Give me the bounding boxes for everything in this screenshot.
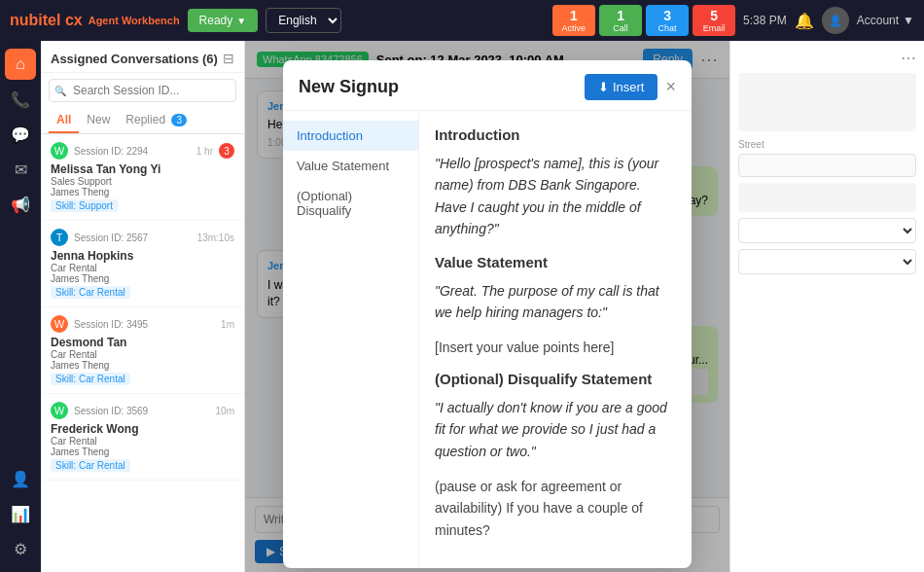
sidebar-icon-broadcast[interactable]: 📢	[5, 189, 36, 220]
replied-badge: 3	[171, 114, 187, 126]
sidebar-more-icon[interactable]: ⋯	[901, 49, 916, 67]
conversations-tabs: All New Replied 3	[41, 108, 244, 134]
list-item[interactable]: T Session ID: 2567 13m:10s Jenna Hopkins…	[41, 221, 244, 307]
conv-agent: James Theng	[51, 273, 234, 284]
modal-title: New Signup	[299, 77, 399, 97]
counter-chat[interactable]: 3 Chat	[646, 5, 689, 36]
conv-skill: Car Rental	[51, 436, 234, 447]
modal-body: Introduction Value Statement (Optional) …	[283, 111, 692, 568]
counter-chat-num: 3	[663, 8, 671, 23]
conv-skill-tag: Skill: Car Rental	[51, 373, 130, 385]
conv-skill-tag: Skill: Car Rental	[51, 286, 130, 299]
modal-header-actions: ⬇ Insert ×	[585, 74, 676, 100]
sidebar-icon-analytics[interactable]: 📊	[5, 498, 36, 529]
modal-disqualify-quote: "I actually don't know if you are a good…	[435, 397, 676, 462]
account-label: Account	[857, 14, 899, 27]
avatar[interactable]: 👤	[822, 7, 849, 34]
conversation-list: W Session ID: 2294 1 hr 3 Melissa Tan Yo…	[41, 134, 244, 572]
new-signup-modal: New Signup ⬇ Insert × Introduction Value…	[283, 60, 692, 568]
list-item[interactable]: W Session ID: 3569 10m Frederick Wong Ca…	[41, 394, 244, 481]
status-button[interactable]: Ready ▼	[188, 9, 259, 32]
counter-call-label: Call	[613, 23, 628, 33]
bell-icon[interactable]: 🔔	[795, 12, 814, 30]
sidebar-placeholder-2	[738, 183, 916, 212]
conv-skill: Sales Support	[51, 176, 234, 187]
filter-icon[interactable]: ⊟	[223, 51, 234, 66]
conversations-title: Assigned Conversations (6)	[51, 52, 218, 66]
conv-skill: Car Rental	[51, 263, 234, 273]
unread-badge: 3	[219, 143, 234, 159]
session-id: Session ID: 2294	[74, 146, 191, 157]
modal-content: Introduction "Hello [prospect's name], t…	[419, 111, 692, 568]
sidebar-dropdown-2[interactable]	[738, 249, 916, 274]
sidebar-section: ⋯ Street	[738, 49, 916, 274]
sidebar-icon-home[interactable]: ⌂	[5, 49, 36, 80]
counter-email-num: 5	[710, 8, 718, 23]
tab-new[interactable]: New	[79, 108, 118, 133]
conv-time: 10m	[216, 406, 234, 416]
counter-active[interactable]: 1 Active	[552, 5, 596, 36]
counter-email[interactable]: 5 Email	[693, 5, 735, 36]
modal-nav: Introduction Value Statement (Optional) …	[283, 111, 419, 568]
sidebar-icons: ⌂ 📞 💬 ✉ 📢 👤 📊 ⚙	[0, 41, 41, 572]
session-id: Session ID: 3495	[74, 319, 215, 330]
insert-button[interactable]: ⬇ Insert	[585, 74, 658, 100]
modal-value-heading: Value Statement	[435, 254, 676, 270]
tab-replied[interactable]: Replied 3	[118, 108, 195, 133]
search-input[interactable]	[49, 79, 236, 102]
modal-disqualify-pause: (pause or ask for agreement or availabil…	[435, 476, 676, 541]
whatsapp-icon: W	[51, 142, 68, 160]
sidebar-street-input[interactable]	[738, 154, 916, 177]
logo: nubitel cx Agent Workbench	[10, 12, 180, 29]
conv-name: Melissa Tan Yong Yi	[51, 162, 234, 176]
insert-icon: ⬇	[598, 80, 609, 94]
sidebar-icon-phone[interactable]: 📞	[5, 84, 36, 115]
modal-value-points: [Insert your value points here]	[435, 337, 676, 358]
main-layout: ⌂ 📞 💬 ✉ 📢 👤 📊 ⚙ Assigned Conversations (…	[0, 41, 924, 572]
nav-counters: 1 Active 1 Call 3 Chat 5 Email	[552, 5, 736, 36]
modal-intro-quote: "Hello [prospect's name], this is (your …	[435, 153, 676, 240]
sidebar-dropdown[interactable]	[738, 218, 916, 243]
top-nav: nubitel cx Agent Workbench Ready ▼ Engli…	[0, 0, 924, 41]
modal-nav-item-introduction[interactable]: Introduction	[283, 121, 418, 151]
counter-active-num: 1	[570, 8, 578, 23]
conv-name: Desmond Tan	[51, 336, 234, 349]
conv-name: Frederick Wong	[51, 422, 234, 436]
modal-nav-item-value[interactable]: Value Statement	[283, 151, 418, 181]
modal-nav-item-disqualify[interactable]: (Optional) Disqualify	[283, 181, 418, 226]
modal-close-button[interactable]: ×	[665, 77, 676, 97]
conv-agent: James Theng	[51, 187, 234, 197]
right-sidebar-content: ⋯ Street	[730, 41, 924, 572]
web-icon: W	[51, 315, 68, 333]
sidebar-icon-email[interactable]: ✉	[5, 154, 36, 185]
sidebar-placeholder-1	[738, 73, 916, 131]
conv-skill: Car Rental	[51, 349, 234, 360]
account-dropdown-arrow: ▼	[903, 14, 914, 27]
language-select[interactable]: English	[266, 8, 341, 33]
sidebar-icon-chat[interactable]: 💬	[5, 119, 36, 150]
whatsapp-icon: W	[51, 402, 68, 419]
insert-label: Insert	[613, 80, 645, 94]
tab-all[interactable]: All	[49, 108, 79, 133]
right-sidebar: ⋯ Street	[729, 41, 924, 572]
counter-call[interactable]: 1 Call	[599, 5, 642, 36]
counter-call-num: 1	[617, 8, 624, 23]
list-item[interactable]: W Session ID: 2294 1 hr 3 Melissa Tan Yo…	[41, 134, 244, 221]
conv-skill-tag: Skill: Support	[51, 199, 118, 212]
logo-text: nubitel cx	[10, 12, 83, 29]
conv-time: 1 hr	[196, 146, 213, 157]
account-button[interactable]: Account ▼	[857, 14, 914, 27]
conv-time: 1m	[221, 319, 234, 330]
counter-chat-label: Chat	[658, 23, 677, 33]
street-label: Street	[738, 139, 916, 150]
chat-area: WhatsApp 83472856 Sent on: 12 Mar 2023, …	[245, 41, 729, 572]
list-item[interactable]: W Session ID: 3495 1m Desmond Tan Car Re…	[41, 307, 244, 394]
sidebar-icon-contacts[interactable]: 👤	[5, 463, 36, 494]
modal-overlay: New Signup ⬇ Insert × Introduction Value…	[245, 41, 729, 572]
counter-email-label: Email	[703, 23, 726, 33]
nav-time: 5:38 PM	[743, 14, 787, 27]
conv-time: 13m:10s	[197, 232, 234, 243]
sidebar-icon-settings[interactable]: ⚙	[5, 533, 36, 564]
modal-header: New Signup ⬇ Insert ×	[283, 60, 692, 111]
modal-section-title: Introduction	[435, 126, 676, 143]
